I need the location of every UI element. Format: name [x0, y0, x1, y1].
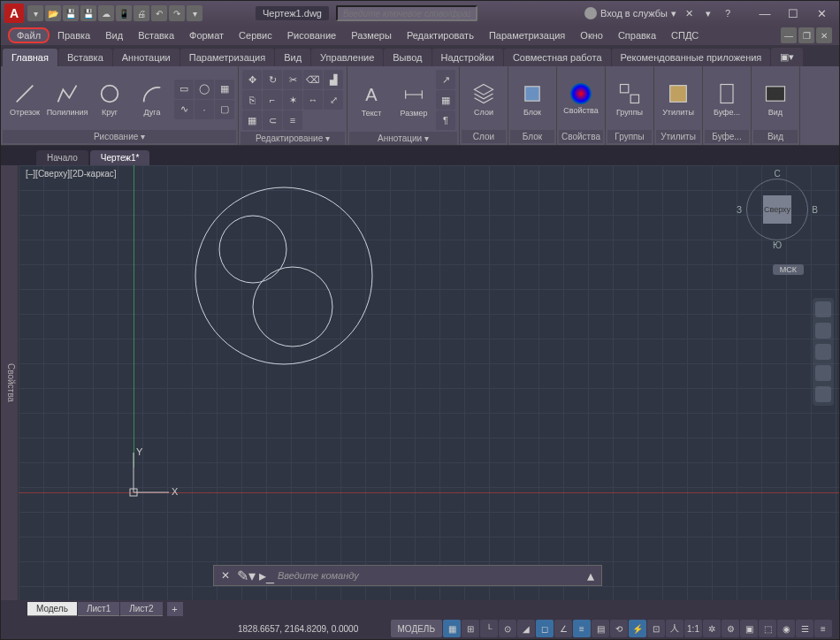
- stretch-icon[interactable]: ↔: [303, 90, 323, 110]
- layout-tab-model[interactable]: Модель: [27, 602, 77, 616]
- ribbon-tab-output[interactable]: Вывод: [384, 49, 431, 66]
- block-button[interactable]: Блок: [512, 70, 553, 128]
- viewcube[interactable]: С Ю З В Сверху: [742, 179, 813, 258]
- ribbon-tab-addins[interactable]: Надстройки: [432, 49, 503, 66]
- annoscale-icon[interactable]: 人: [666, 620, 683, 637]
- view-button[interactable]: Вид: [755, 70, 796, 128]
- menu-modify[interactable]: Редактировать: [400, 28, 481, 42]
- iso-toggle-icon[interactable]: ◢: [517, 620, 535, 637]
- rotate-icon[interactable]: ↻: [263, 70, 282, 89]
- text-button[interactable]: AТекст: [351, 71, 392, 129]
- qat-redo-icon[interactable]: ↷: [169, 5, 185, 21]
- otrack-toggle-icon[interactable]: ∠: [554, 620, 572, 637]
- fillet-icon[interactable]: ⌐: [263, 90, 282, 110]
- mdi-restore-icon[interactable]: ❐: [798, 27, 814, 43]
- menu-dims[interactable]: Размеры: [344, 28, 399, 42]
- cmd-close-icon[interactable]: ✕: [218, 569, 233, 582]
- mdi-minimize-icon[interactable]: —: [781, 27, 797, 43]
- trim-icon[interactable]: ✂: [283, 70, 302, 89]
- menu-view[interactable]: Вид: [98, 28, 130, 42]
- cmd-history-icon[interactable]: ▴: [584, 568, 598, 584]
- qat-more-icon[interactable]: ▾: [187, 5, 202, 21]
- menu-window[interactable]: Окно: [573, 28, 610, 42]
- nav-orbit-icon[interactable]: [815, 365, 831, 381]
- menu-format[interactable]: Формат: [182, 28, 231, 42]
- offset-icon[interactable]: ⊂: [263, 110, 282, 130]
- view-label[interactable]: [–][Сверху][2D-каркас]: [26, 169, 117, 179]
- ribbon-tab-manage[interactable]: Управление: [311, 49, 383, 66]
- status-model[interactable]: МОДЕЛЬ: [391, 620, 442, 637]
- properties-panel-tab[interactable]: Свойства: [1, 165, 19, 600]
- osnap-toggle-icon[interactable]: ◻: [536, 620, 554, 637]
- region-icon[interactable]: ▢: [215, 100, 234, 119]
- qat-saveas-icon[interactable]: 💾: [80, 5, 96, 21]
- mtext-icon[interactable]: ¶: [436, 110, 455, 130]
- panel-annot-title[interactable]: Аннотации ▾: [349, 132, 457, 145]
- utils-button[interactable]: Утилиты: [658, 70, 699, 128]
- maximize-button[interactable]: ☐: [779, 3, 807, 24]
- ellipse-icon[interactable]: ◯: [195, 80, 214, 99]
- ribbon-tab-featured[interactable]: Рекомендованные приложения: [612, 49, 771, 66]
- qat-save-icon[interactable]: 💾: [63, 5, 79, 21]
- leader-icon[interactable]: ↗: [436, 70, 455, 89]
- cycling-icon[interactable]: ⟲: [610, 620, 628, 637]
- ucs-icon[interactable]: Y X: [120, 448, 173, 501]
- layers-button[interactable]: Слои: [463, 70, 504, 128]
- dyn-toggle-icon[interactable]: ⚡: [629, 620, 646, 637]
- grid-toggle-icon[interactable]: ▦: [443, 620, 461, 637]
- scale-icon[interactable]: ⤢: [324, 90, 343, 110]
- props-button[interactable]: Свойства: [561, 70, 601, 128]
- nav-wheel-icon[interactable]: [815, 301, 831, 317]
- coordinates[interactable]: 1828.6657, 2164.8209, 0.0000: [238, 624, 358, 634]
- nav-show-icon[interactable]: [815, 386, 831, 402]
- cmd-customize-icon[interactable]: ✎▾: [237, 568, 256, 584]
- monitor-icon[interactable]: ▣: [740, 620, 758, 637]
- mdi-close-icon[interactable]: ✕: [816, 27, 832, 43]
- scale-button[interactable]: 1:1: [684, 620, 702, 637]
- ribbon-tab-home[interactable]: Главная: [3, 49, 57, 66]
- dim-button[interactable]: Размер: [393, 71, 434, 129]
- nav-pan-icon[interactable]: [815, 323, 831, 339]
- nav-zoom-icon[interactable]: [815, 344, 831, 360]
- workspace-icon[interactable]: ⚙: [722, 620, 739, 637]
- help-icon[interactable]: ?: [721, 6, 735, 20]
- ribbon-tab-annot[interactable]: Аннотации: [113, 49, 179, 66]
- wcs-label[interactable]: МСК: [773, 264, 804, 275]
- explode-icon[interactable]: ✶: [283, 90, 302, 110]
- rect-icon[interactable]: ▭: [174, 80, 194, 99]
- ribbon-tab-param[interactable]: Параметризация: [180, 49, 274, 66]
- snap-toggle-icon[interactable]: ⊞: [462, 620, 479, 637]
- hatch-icon[interactable]: ▦: [215, 80, 234, 99]
- annovisibility-icon[interactable]: ✲: [703, 620, 721, 637]
- table-icon[interactable]: ▦: [436, 90, 455, 110]
- signin-button[interactable]: Вход в службы ▾: [584, 7, 676, 19]
- command-line[interactable]: ✕ ✎▾ ▸_ Введите команду ▴: [213, 565, 602, 586]
- qat-web-icon[interactable]: ☁: [98, 5, 114, 21]
- viewcube-top[interactable]: Сверху: [763, 195, 791, 224]
- menu-spds[interactable]: СПДС: [664, 28, 706, 42]
- isolate-icon[interactable]: ☰: [796, 620, 813, 637]
- point-icon[interactable]: ·: [195, 100, 214, 119]
- align-icon[interactable]: ≡: [283, 110, 302, 130]
- doc-tab-current[interactable]: Чертеж1*: [90, 150, 150, 165]
- hardware-icon[interactable]: ◉: [777, 620, 795, 637]
- menu-edit[interactable]: Правка: [50, 28, 97, 42]
- menu-tools[interactable]: Сервис: [232, 28, 279, 42]
- cart-icon[interactable]: ▾: [701, 6, 715, 20]
- exchange-icon[interactable]: ✕: [682, 6, 696, 20]
- help-search-input[interactable]: [336, 5, 477, 21]
- menu-file[interactable]: Файл: [8, 27, 50, 43]
- ribbon-tab-insert[interactable]: Вставка: [58, 49, 112, 66]
- ribbon-tab-collab[interactable]: Совместная работа: [504, 49, 611, 66]
- ribbon-tab-extra-icon[interactable]: ▣▾: [771, 48, 803, 66]
- copy-icon[interactable]: ⎘: [242, 90, 262, 110]
- polyline-button[interactable]: Полилиния: [47, 70, 88, 128]
- clipboard-button[interactable]: Буфе...: [706, 70, 747, 128]
- menu-help[interactable]: Справка: [611, 28, 663, 42]
- mirror-icon[interactable]: ▟: [324, 70, 343, 89]
- line-button[interactable]: Отрезок: [4, 70, 45, 128]
- doc-tab-home[interactable]: Начало: [36, 150, 88, 165]
- qat-mobile-icon[interactable]: 📱: [116, 5, 132, 21]
- panel-draw-title[interactable]: Рисование ▾: [3, 130, 236, 143]
- lwt-toggle-icon[interactable]: ≡: [573, 620, 591, 637]
